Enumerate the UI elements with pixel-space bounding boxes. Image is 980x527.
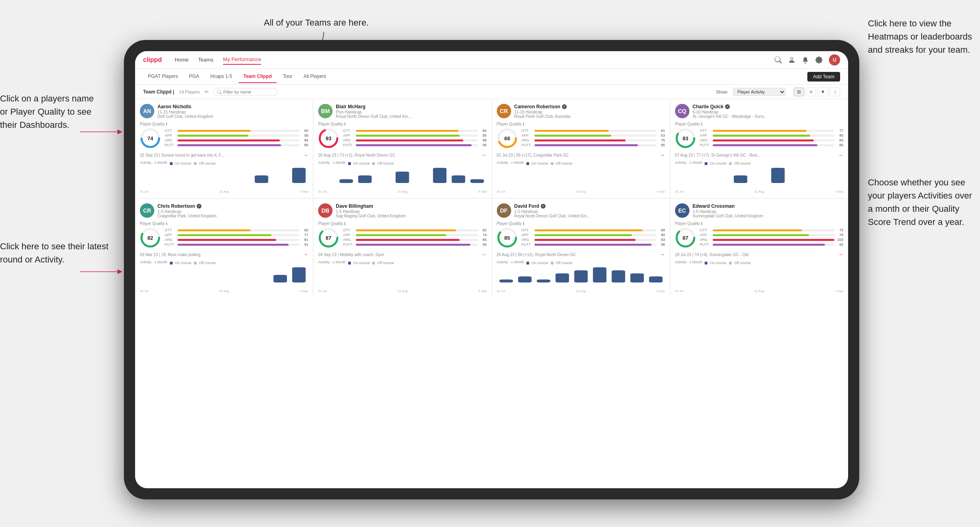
player-name[interactable]: Chris Robertson ✓ [157,203,308,209]
quality-section[interactable]: 74 OTT 60 APP 58 ARG 84 [140,128,308,149]
quality-label: Player Quality ℹ [318,221,486,226]
user-avatar[interactable]: U [829,54,840,66]
nav-home[interactable]: Home [175,55,189,64]
tab-pga[interactable]: PGA [184,70,204,83]
last-round-link[interactable]: → [303,251,308,258]
search-icon[interactable] [775,56,782,64]
player-card[interactable]: AN Aaron Nicholls 11-15 Handicap Drift G… [135,99,313,198]
quality-section[interactable]: 87 OTT 73 APP 79 ARG 103 [675,227,843,248]
sort-btn[interactable]: ↕ [830,88,840,96]
last-round-link[interactable]: → [303,152,308,158]
quality-section[interactable]: 82 OTT 60 APP 77 ARG 81 [140,227,308,248]
player-avatar: CQ [675,104,689,118]
activity-header: Activity · 1 Month On course Off course [497,260,665,266]
player-name[interactable]: Dave Billingham [336,203,486,209]
svg-rect-33 [499,279,513,282]
bar-row-arg: ARG 75 [522,138,665,142]
svg-rect-34 [518,276,532,282]
last-round-link[interactable]: → [838,152,843,158]
arrow-latest-round [80,264,128,280]
quality-circle: 85 [497,227,518,248]
svg-rect-4 [292,168,306,183]
player-card[interactable]: CR Cameron Robertson ✓ 11-15 Handicap Ro… [492,99,670,198]
bar-row-arg: ARG 88 [343,138,486,142]
off-course-dot [372,162,375,165]
player-club: Sag Maging Golf Club, United Kingdom [336,214,486,218]
user-icon[interactable] [788,56,795,64]
player-name[interactable]: Blair McHarg [336,104,486,109]
bar-row-app: APP 79 [700,233,843,237]
verified-badge: ✓ [197,204,201,209]
player-name[interactable]: Edward Crossman [693,203,843,209]
quality-section[interactable]: 93 OTT 84 APP 85 ARG 88 [318,128,486,149]
player-card[interactable]: DF David Ford ✓ 1-5 Handicap Royal North… [492,199,670,298]
tabbar: PGAT Players PGA Hcaps 1-5 Team Clippd T… [135,69,848,85]
filter-btn[interactable]: ▼ [818,88,828,96]
player-card[interactable]: CR Chris Robertson ✓ 1-5 Handicap Craigm… [135,199,313,298]
bar-row-ott: OTT 89 [522,228,665,232]
player-header: CQ Charlie Quick ✓ 6-10 Handicap St. Geo… [675,104,843,119]
player-name[interactable]: Cameron Robertson ✓ [514,104,665,109]
activity-section: Activity · 1 Month On course Off course … [675,161,843,193]
show-select[interactable]: Player Activity Quality Score Trend [733,88,786,96]
bar-row-arg: ARG 83 [700,138,843,142]
quality-circle: 68 [497,128,518,149]
last-round-text: 26 Aug 23 | 73 (+1), Royal North Devon G… [318,153,481,157]
quality-section[interactable]: 85 OTT 89 APP 80 ARG 83 [497,227,665,248]
off-course-dot [372,262,375,264]
add-team-button[interactable]: Add Team [807,72,840,82]
quality-section[interactable]: 87 OTT 82 APP 74 ARG 85 [318,227,486,248]
last-round-link[interactable]: → [659,152,665,158]
quality-section[interactable]: 68 OTT 61 APP 63 ARG 75 [497,128,665,149]
activity-section: Activity · 1 Month On course Off course … [140,260,308,293]
svg-rect-37 [574,270,588,282]
edit-icon[interactable]: ✏ [205,89,209,95]
list-view-btn[interactable]: ≡ [806,88,816,96]
svg-rect-21 [771,168,785,183]
player-header: DB Dave Billingham 1-5 Handicap Sag Magi… [318,203,486,218]
bar-row-ott: OTT 73 [700,228,843,232]
svg-rect-13 [470,179,484,183]
player-club: Craigmillar Park, United Kingdom [157,214,308,218]
last-round: 26 Aug 23 | 73 (+1), Royal North Devon G… [318,152,486,158]
tab-pgat[interactable]: PGAT Players [143,70,183,83]
last-round: 03 Mar 23 | 19, Must make putting → [140,251,308,258]
tab-hcaps[interactable]: Hcaps 1-5 [205,70,237,83]
last-round-text: 26 Aug 23 | 84 (+12), Royal North Devon … [497,253,659,257]
bar-row-putt: PUTT 86 [700,143,843,147]
svg-rect-25 [273,275,287,282]
player-info: Chris Robertson ✓ 1-5 Handicap Craigmill… [157,203,308,218]
bar-row-app: APP 74 [343,233,486,237]
bar-row-putt: PUTT 85 [522,143,665,147]
grid-view-btn[interactable]: ⊞ [794,88,804,96]
nav-teams[interactable]: Teams [198,55,213,64]
player-card[interactable]: DB Dave Billingham 1-5 Handicap Sag Magi… [313,199,491,298]
activity-section: Activity · 1 Month On course Off course … [140,161,308,193]
quality-section[interactable]: 83 OTT 77 APP 80 ARG 83 [675,128,843,149]
player-card[interactable]: EC Edward Crossman 1-5 Handicap Sunningd… [670,199,848,298]
quality-circle: 74 [140,128,161,149]
tab-team-clippd[interactable]: Team Clippd [239,70,277,83]
last-round-link[interactable]: → [659,251,665,258]
player-card[interactable]: BM Blair McHarg Plus Handicap Royal Nort… [313,99,491,198]
settings-icon[interactable] [815,56,823,64]
last-round-text: 03 Mar 23 | 19, Must make putting [140,253,303,257]
tab-tour[interactable]: Tour [278,70,297,83]
chart-dates: 31 Jul 21 Aug 4 Sep [675,190,843,193]
player-club: Sunningdale Golf Club, United Kingdom [693,214,843,218]
activity-header: Activity · 1 Month On course Off course [140,260,308,266]
player-name[interactable]: Aaron Nicholls [157,104,308,109]
bar-row-ott: OTT 61 [522,129,665,133]
player-card[interactable]: CQ Charlie Quick ✓ 6-10 Handicap St. Geo… [670,99,848,198]
bell-icon[interactable] [802,56,809,64]
last-round-link[interactable]: → [838,251,843,258]
tab-all-players[interactable]: All Players [299,70,331,83]
nav-my-performance[interactable]: My Performance [223,55,261,65]
svg-text:87: 87 [683,235,688,241]
player-name[interactable]: David Ford ✓ [514,203,665,209]
player-name[interactable]: Charlie Quick ✓ [693,104,843,109]
last-round-link[interactable]: → [481,152,487,158]
player-handicap: Plus Handicap [336,110,486,114]
filter-input[interactable] [213,88,277,96]
last-round-link[interactable]: → [481,251,487,258]
